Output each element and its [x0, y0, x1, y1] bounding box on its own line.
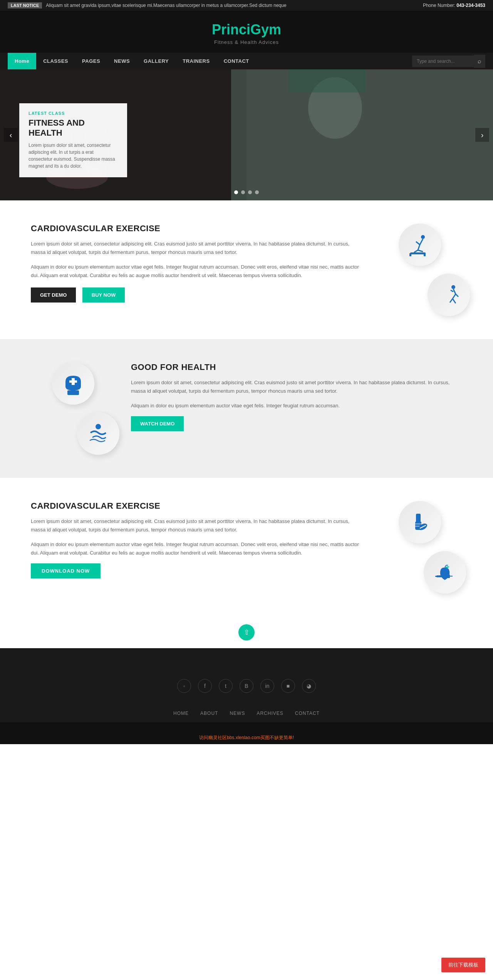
svg-line-20: [453, 294, 456, 299]
svg-line-12: [414, 250, 418, 252]
apple-icon-sticker: [424, 551, 466, 593]
svg-rect-38: [435, 576, 437, 577]
section3-para1: Lorem ipsum dolor sit amet, consectetur …: [31, 517, 362, 534]
social-linkedin[interactable]: in: [260, 679, 274, 693]
scroll-top-button[interactable]: ⇧: [238, 624, 255, 640]
swimming-icon: [87, 422, 110, 445]
footer-nav-news[interactable]: NEWS: [230, 711, 245, 716]
hero-dot-3[interactable]: [248, 190, 252, 194]
hero-dot-4[interactable]: [255, 190, 259, 194]
section3-icons: [377, 501, 462, 593]
svg-rect-16: [424, 253, 426, 256]
site-footer: ◦ f t B in ■ ◕ HOME ABOUT NEWS ARCHIVES …: [0, 648, 493, 731]
climbing-icon: [437, 283, 460, 306]
footer-nav-contact[interactable]: CONTACT: [295, 711, 320, 716]
nav-item-contact[interactable]: CONTACT: [217, 53, 256, 69]
svg-line-19: [451, 290, 453, 292]
svg-rect-15: [409, 253, 411, 256]
top-bar-right: Phone Number: 043-234-3453: [423, 3, 485, 8]
social-behance[interactable]: B: [240, 679, 253, 693]
climbing-icon-sticker: [428, 274, 470, 316]
watermark: 访问幽灵社区bbs.xlenlao.com买图不缺更简单!: [0, 731, 493, 744]
section1-icons: [377, 224, 462, 316]
hero-label: LATEST CLASS: [29, 111, 118, 116]
social-facebook[interactable]: f: [198, 679, 212, 693]
apple-icon: [433, 561, 456, 584]
hero-dot-2[interactable]: [241, 190, 245, 194]
social-flickr[interactable]: ■: [281, 679, 295, 693]
footer-nav: HOME ABOUT NEWS ARCHIVES CONTACT: [0, 704, 493, 722]
svg-rect-27: [71, 389, 75, 391]
footer-nav-archives[interactable]: ARCHIVES: [257, 711, 283, 716]
footer-nav-about[interactable]: ABOUT: [200, 711, 218, 716]
section3-para2: Aliquam in dolor eu ipsum elementum auct…: [31, 540, 362, 557]
social-rss[interactable]: ◕: [302, 679, 316, 693]
svg-rect-35: [436, 575, 448, 577]
bottle-icon: [408, 511, 431, 534]
hero-slider: LATEST CLASS FITNESS AND HEALTH Lorem ip…: [0, 69, 493, 200]
social-twitter[interactable]: t: [219, 679, 233, 693]
site-header: PrinciGym Fitness & Health Advices: [0, 11, 493, 53]
scroll-to-top-container: ⇧: [0, 617, 493, 648]
nav-item-home[interactable]: Home: [8, 53, 36, 69]
svg-rect-36: [447, 575, 450, 578]
nav-item-classes[interactable]: CLASSES: [36, 53, 75, 69]
watch-demo-button[interactable]: WATCH DEMO: [131, 416, 184, 431]
footer-social: ◦ f t B in ■ ◕: [0, 667, 493, 704]
main-nav: Home CLASSES PAGES NEWS GALLERY TRAINERS…: [0, 53, 493, 69]
site-logo[interactable]: PrinciGym: [0, 22, 493, 38]
footer-bottom: [0, 722, 493, 731]
section2-text: GOOD FOR HEALTH Lorem ipsum dolor sit am…: [131, 362, 462, 431]
section3-title: CARDIOVASCULAR EXERCISE: [31, 501, 362, 511]
hero-description: Lorem ipsum dolor sit amet, consectetur …: [29, 142, 118, 170]
last-notice-badge: LAST NOTICE: [8, 2, 42, 8]
svg-rect-14: [410, 252, 426, 254]
section1-buttons: GET DEMO BUY NOW: [31, 287, 362, 303]
logo-main: Princi: [212, 22, 250, 37]
buy-now-button[interactable]: BUY NOW: [82, 287, 125, 303]
running-icon-sticker: [399, 224, 441, 266]
svg-line-9: [420, 239, 423, 245]
nav-item-trainers[interactable]: TRAINERS: [176, 53, 216, 69]
logo-accent: Gym: [250, 22, 281, 37]
nav-items: Home CLASSES PAGES NEWS GALLERY TRAINERS…: [8, 53, 412, 69]
top-bar: LAST NOTICE Aliquam sit amet gravida ips…: [0, 0, 493, 11]
search-input[interactable]: [412, 55, 474, 67]
hero-next-button[interactable]: ›: [475, 128, 489, 142]
svg-line-23: [453, 299, 456, 303]
svg-line-11: [418, 245, 420, 250]
section2-para1: Lorem ipsum dolor sit amet, consectetur …: [131, 378, 462, 395]
top-bar-left: LAST NOTICE Aliquam sit amet gravida ips…: [8, 2, 287, 8]
svg-line-21: [456, 294, 458, 297]
download-now-button[interactable]: DOWNLOAD NOW: [31, 563, 101, 578]
section-cardiovascular2: CARDIOVASCULAR EXERCISE Lorem ipsum dolo…: [0, 478, 493, 617]
get-demo-button[interactable]: GET DEMO: [31, 287, 76, 303]
search-icon[interactable]: ⌕: [474, 55, 485, 68]
svg-point-8: [421, 235, 425, 239]
nav-item-news[interactable]: NEWS: [107, 53, 137, 69]
section2-para2: Aliquam in dolor eu ipsum elementum auct…: [131, 402, 462, 410]
medical-icon-sticker: [52, 362, 94, 405]
hero-dots: [234, 190, 259, 194]
svg-line-22: [450, 299, 453, 303]
notice-text: Aliquam sit amet gravida ipsum,vitae sce…: [46, 3, 286, 8]
svg-point-17: [451, 285, 455, 289]
section1-para1: Lorem ipsum dolor sit amet, consectetur …: [31, 240, 362, 257]
svg-point-28: [96, 424, 101, 429]
svg-line-13: [418, 250, 423, 252]
hero-prev-button[interactable]: ‹: [4, 128, 18, 142]
nav-item-pages[interactable]: PAGES: [75, 53, 107, 69]
section3-text: CARDIOVASCULAR EXERCISE Lorem ipsum dolo…: [31, 501, 362, 578]
section2-icons: [31, 362, 116, 455]
site-tagline: Fitness & Health Advices: [0, 39, 493, 45]
medical-icon: [62, 372, 85, 395]
social-dribbble[interactable]: ◦: [177, 679, 191, 693]
hero-dot-1[interactable]: [234, 190, 238, 194]
svg-rect-25: [69, 380, 77, 383]
swimming-icon-sticker: [77, 412, 119, 455]
hero-title: FITNESS AND HEALTH: [29, 118, 118, 138]
nav-item-gallery[interactable]: GALLERY: [137, 53, 176, 69]
section1-title: CARDIOVASCULAR EXERCISE: [31, 224, 362, 234]
footer-nav-home[interactable]: HOME: [173, 711, 189, 716]
phone-label: Phone Number:: [423, 3, 455, 8]
